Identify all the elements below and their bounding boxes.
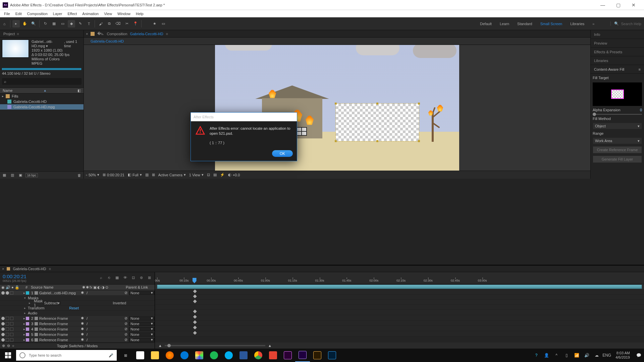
toggle-switches-button[interactable]: Toggle Switches / Modes — [57, 344, 98, 348]
alpha-expansion-value[interactable]: 0 — [640, 108, 642, 112]
resolution-menu[interactable]: ◧ Full ▾ — [128, 173, 142, 177]
parent-link-column[interactable]: Parent & Link — [124, 285, 155, 289]
snap-icon[interactable]: ★ — [151, 20, 158, 27]
mic-icon[interactable]: 🎤 — [109, 353, 113, 358]
puppet-tool-icon[interactable]: 📍 — [132, 20, 139, 27]
ok-button[interactable]: OK — [272, 150, 293, 157]
mask-region[interactable] — [336, 104, 419, 141]
grid-icon[interactable]: ⊞ — [152, 173, 155, 177]
menu-composition[interactable]: Composition — [24, 11, 50, 16]
zoom-in-icon[interactable]: ▲ — [268, 344, 272, 348]
info-panel-tab[interactable]: Info — [591, 30, 644, 39]
language-indicator[interactable]: ENG — [603, 352, 610, 359]
motion-blur-icon[interactable]: ⊚ — [139, 275, 144, 280]
close-tab-icon[interactable]: × — [86, 32, 88, 36]
new-folder-icon[interactable]: ▥ — [9, 173, 15, 178]
sort-icon[interactable]: ▲ — [44, 89, 47, 92]
pixel-aspect-icon[interactable]: ▤ — [213, 173, 217, 177]
generate-fill-layer-button[interactable]: Generate Fill Layer — [593, 156, 642, 163]
timeline-layer[interactable]: ▸3Reference Frame✱/⊘None▾ — [0, 321, 155, 326]
people-tray-icon[interactable]: 👤 — [543, 352, 550, 359]
workspace-libraries[interactable]: Libraries — [570, 22, 584, 26]
lock-column-icon[interactable]: 🔒 — [15, 285, 19, 290]
menu-layer[interactable]: Layer — [50, 11, 65, 16]
network-tray-icon[interactable]: 📶 — [573, 352, 580, 359]
timeline-layer[interactable]: ▸5Reference Frame✱/⊘None▾ — [0, 332, 155, 337]
preview-panel-tab[interactable]: Preview — [591, 39, 644, 48]
close-tab-icon[interactable]: × — [2, 267, 4, 271]
timeline-property[interactable]: ▾Masks — [0, 296, 155, 301]
project-search-input[interactable]: ⌕ — [2, 78, 82, 85]
audio-column-icon[interactable]: 🔊 — [6, 285, 10, 290]
timeline-layer[interactable]: ▸1Gabriel...cotti-HD.mpg✱/⊘None▾ — [0, 290, 155, 296]
home-tool-icon[interactable]: ⌂ — [1, 20, 8, 27]
battery-tray-icon[interactable]: ▯ — [563, 352, 570, 359]
toggle-switches-icon-3[interactable]: ⟐ — [12, 344, 14, 348]
menu-view[interactable]: View — [101, 11, 115, 16]
comp-breadcrumb[interactable]: Gabriela-Cecotti-HD — [91, 39, 124, 43]
workspace-standard[interactable]: Standard — [517, 22, 532, 26]
workspace-default[interactable]: Default — [480, 22, 492, 26]
view-dropdown[interactable]: 1 View ▾ — [189, 173, 204, 177]
trash-icon[interactable]: 🗑 — [76, 173, 82, 178]
shy-icon[interactable]: 👁 — [122, 275, 128, 280]
roi-icon[interactable]: ▥ — [145, 173, 149, 177]
menu-effect[interactable]: Effect — [65, 11, 79, 16]
project-item-comp[interactable]: Gabriela-Cecotti-HD — [0, 99, 84, 104]
timeline-tab[interactable]: Gabriela-Cecotti-HD — [13, 267, 46, 271]
roto-tool-icon[interactable]: ✂ — [123, 20, 130, 27]
frame-blend-icon[interactable]: ⊡ — [130, 275, 136, 280]
panel-menu-icon[interactable]: ≡ — [17, 32, 19, 36]
interpret-footage-icon[interactable]: ▦ — [1, 173, 7, 178]
premiere-icon[interactable] — [280, 349, 295, 362]
video-column-icon[interactable]: ◉ — [1, 285, 5, 290]
word-icon[interactable] — [236, 349, 251, 362]
action-center-icon[interactable]: 💬 — [635, 352, 642, 359]
workspace-smallscreen[interactable]: Small Screen — [540, 22, 562, 26]
alpha-expansion-slider[interactable] — [593, 114, 642, 115]
photoshop-icon[interactable] — [325, 349, 339, 362]
timeline-layer[interactable]: ▸2Reference Frame✱/⊘None▾ — [0, 316, 155, 321]
panel-menu-icon[interactable]: ≡ — [166, 32, 168, 36]
orbit-tool-icon[interactable]: ↻ — [42, 20, 49, 27]
onedrive-tray-icon[interactable]: ☁ — [593, 352, 600, 359]
zoom-slider[interactable] — [165, 345, 265, 346]
chrome-icon[interactable] — [251, 349, 266, 362]
volume-tray-icon[interactable]: 🔊 — [583, 352, 590, 359]
search-icon[interactable]: 🔍 — [614, 21, 619, 26]
project-column-name[interactable]: Name — [3, 88, 12, 93]
window-minimize-button[interactable]: — — [595, 0, 610, 10]
magnification-dropdown[interactable]: ▫ 50% ▾ — [86, 173, 99, 177]
taskbar-clock[interactable]: 8:03 AM 4/6/2019 — [613, 351, 632, 360]
menu-animation[interactable]: Animation — [79, 11, 101, 16]
fast-preview-icon[interactable]: ⚡ — [220, 173, 225, 177]
selection-tool-icon[interactable]: ▸ — [12, 20, 20, 27]
composition-viewer[interactable] — [84, 45, 590, 171]
timeline-property[interactable]: ▸Mask 1Subtract▾Inverted — [0, 301, 155, 306]
exposure-value[interactable]: ◐ +0.0 — [228, 173, 240, 177]
taskbar-search-input[interactable]: Type here to search 🎤 — [16, 350, 117, 361]
label-column-icon[interactable]: ◧ — [77, 88, 81, 93]
resolution-dropdown[interactable]: ⊞ 0:00:20:21 — [103, 173, 124, 177]
todoist-icon[interactable] — [266, 349, 280, 362]
spotify-icon[interactable] — [207, 349, 221, 362]
hand-tool-icon[interactable]: ✋ — [21, 20, 29, 27]
workspace-overflow-icon[interactable]: » — [592, 22, 594, 26]
show-hidden-icon[interactable]: ^ — [553, 352, 560, 359]
asset-thumbnail[interactable] — [2, 40, 29, 58]
zoom-out-icon[interactable]: ▲ — [158, 344, 162, 348]
toggle-switches-icon[interactable]: ⊕ — [2, 344, 5, 348]
current-timecode[interactable]: 0:00:20:21 — [3, 274, 26, 279]
camera-dropdown[interactable]: Active Camera ▾ — [158, 173, 186, 177]
task-view-icon[interactable]: ⊞ — [118, 349, 133, 362]
edge-icon[interactable] — [177, 349, 192, 362]
project-item-footage[interactable]: Gabriela-Cecotti-HD.mpg — [0, 104, 84, 110]
zoom-tool-icon[interactable]: 🔍 — [30, 20, 37, 27]
snap-toggle-icon[interactable]: ▭ — [160, 20, 167, 27]
search-icon[interactable]: ⌕ — [98, 275, 104, 280]
toggle-switches-icon-2[interactable]: ⊖ — [7, 344, 10, 348]
store-icon[interactable] — [133, 349, 148, 362]
skype-icon[interactable] — [221, 349, 236, 362]
composition-name[interactable]: Gabriela-Cecotti-HD — [130, 32, 163, 36]
asset-name[interactable]: Gabriel...otti-HD.mpg ▾ — [32, 40, 63, 48]
